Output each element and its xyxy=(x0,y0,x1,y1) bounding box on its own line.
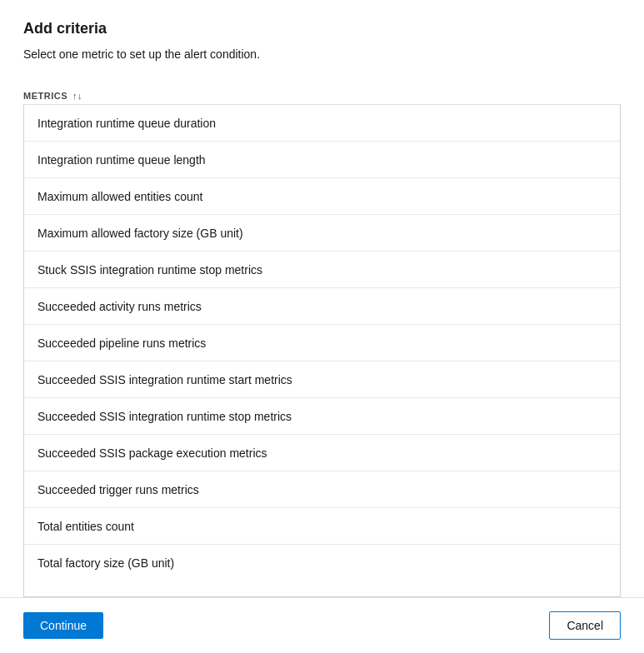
metric-item[interactable]: Total entities count xyxy=(24,508,620,545)
dialog-footer: Continue Cancel xyxy=(0,597,644,653)
dialog-subtitle: Select one metric to set up the alert co… xyxy=(23,47,621,61)
add-criteria-dialog: Add criteria Select one metric to set up… xyxy=(0,0,644,653)
dialog-title: Add criteria xyxy=(23,20,621,37)
metric-item[interactable]: Maximum allowed factory size (GB unit) xyxy=(24,215,620,252)
continue-button[interactable]: Continue xyxy=(23,612,103,639)
metric-item[interactable]: Succeeded activity runs metrics xyxy=(24,288,620,325)
metrics-header-label: METRICS xyxy=(23,91,67,101)
metrics-list[interactable]: Integration runtime queue durationIntegr… xyxy=(23,105,621,597)
metric-item[interactable]: Total factory size (GB unit) xyxy=(24,545,620,581)
metric-item[interactable]: Succeeded SSIS integration runtime start… xyxy=(24,361,620,398)
metric-item[interactable]: Succeeded trigger runs metrics xyxy=(24,471,620,508)
metric-item[interactable]: Succeeded SSIS integration runtime stop … xyxy=(24,398,620,435)
cancel-button[interactable]: Cancel xyxy=(549,611,621,640)
content-area: METRICS ↑↓ Integration runtime queue dur… xyxy=(0,84,644,597)
dialog-header: Add criteria Select one metric to set up… xyxy=(0,0,644,84)
metric-item[interactable]: Succeeded SSIS package execution metrics xyxy=(24,435,620,471)
sort-icon[interactable]: ↑↓ xyxy=(72,91,82,101)
metrics-header: METRICS ↑↓ xyxy=(23,84,621,105)
metric-item[interactable]: Integration runtime queue duration xyxy=(24,105,620,142)
metric-item[interactable]: Maximum allowed entities count xyxy=(24,178,620,215)
metric-item[interactable]: Integration runtime queue length xyxy=(24,142,620,178)
metric-item[interactable]: Stuck SSIS integration runtime stop metr… xyxy=(24,252,620,288)
metric-item[interactable]: Succeeded pipeline runs metrics xyxy=(24,325,620,361)
